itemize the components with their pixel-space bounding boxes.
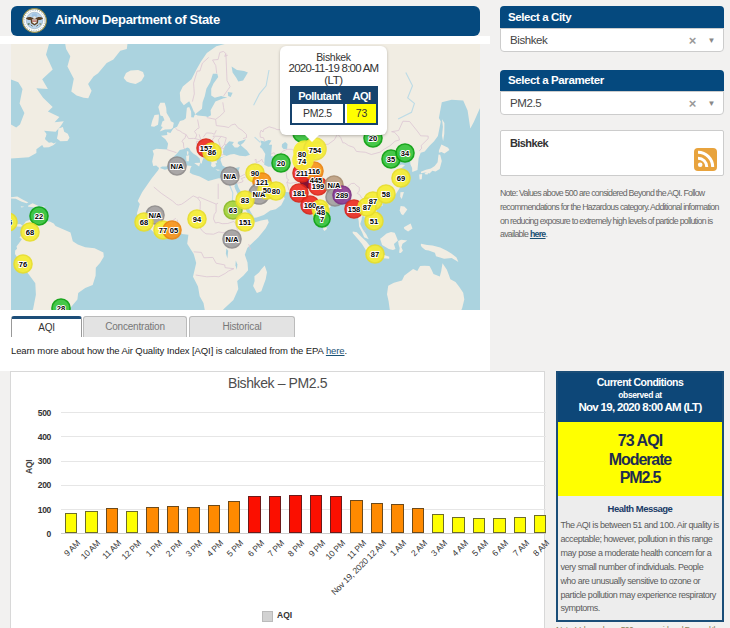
svg-text:20: 20 xyxy=(277,159,285,168)
svg-text:63: 63 xyxy=(229,206,237,215)
svg-text:445: 445 xyxy=(310,176,323,185)
svg-text:N/A: N/A xyxy=(226,235,240,244)
svg-text:86: 86 xyxy=(208,148,216,157)
svg-text:28: 28 xyxy=(57,304,65,310)
svg-text:74: 74 xyxy=(298,157,307,166)
svg-text:158: 158 xyxy=(348,205,361,214)
svg-text:94: 94 xyxy=(193,215,202,224)
svg-text:N/A: N/A xyxy=(328,181,342,190)
svg-text:83: 83 xyxy=(241,196,249,205)
svg-text:05: 05 xyxy=(170,226,178,235)
svg-text:N/A: N/A xyxy=(224,172,238,181)
svg-text:34: 34 xyxy=(401,149,410,158)
svg-text:35: 35 xyxy=(387,155,395,164)
svg-text:N/A: N/A xyxy=(171,162,185,171)
svg-text:66: 66 xyxy=(11,218,12,227)
svg-text:22: 22 xyxy=(35,212,43,221)
svg-text:7: 7 xyxy=(320,215,324,224)
svg-text:68: 68 xyxy=(140,218,148,227)
svg-text:160: 160 xyxy=(304,201,317,210)
svg-text:754: 754 xyxy=(309,146,322,155)
svg-text:69: 69 xyxy=(397,174,405,183)
svg-text:58: 58 xyxy=(382,190,390,199)
svg-text:151: 151 xyxy=(239,218,252,227)
svg-text:N/A: N/A xyxy=(149,211,163,220)
svg-text:51: 51 xyxy=(370,217,378,226)
svg-text:68: 68 xyxy=(26,228,34,237)
svg-text:80: 80 xyxy=(272,187,280,196)
svg-text:87: 87 xyxy=(363,203,371,212)
svg-text:90: 90 xyxy=(251,169,259,178)
svg-text:77: 77 xyxy=(159,226,167,235)
svg-text:76: 76 xyxy=(19,260,27,269)
svg-text:289: 289 xyxy=(336,191,349,200)
svg-text:181: 181 xyxy=(293,189,306,198)
svg-text:87: 87 xyxy=(371,250,379,259)
svg-text:211: 211 xyxy=(296,169,308,178)
svg-text:116: 116 xyxy=(308,167,320,176)
svg-text:50: 50 xyxy=(263,186,271,195)
svg-text:20: 20 xyxy=(369,134,377,143)
